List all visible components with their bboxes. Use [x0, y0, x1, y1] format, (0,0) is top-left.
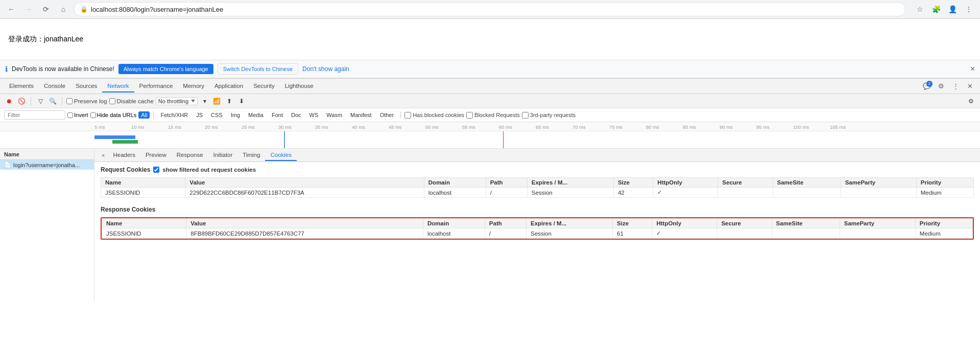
login-success-text: 登录成功：jonathanLee	[8, 35, 83, 44]
timeline-mark-35ms: 35 ms	[315, 124, 352, 130]
timeline-mark-60ms: 60 ms	[499, 124, 536, 130]
devtools-tab-sources[interactable]: Sources	[70, 80, 102, 93]
request-list-item[interactable]: 📄 login?username=jonatha...	[0, 160, 94, 170]
details-tab-timing[interactable]: Timing	[237, 150, 265, 161]
res-col-priority: Priority	[915, 219, 972, 228]
network-settings-button[interactable]: ⚙	[966, 96, 976, 106]
filter-bar: Invert Hide data URLs All Fetch/XHR JS C…	[0, 108, 980, 122]
res-col-size: Size	[613, 219, 652, 228]
timeline-mark-25ms: 25 ms	[242, 124, 278, 130]
hide-data-urls-wrapper: Hide data URLs	[90, 112, 137, 118]
response-cookie-row[interactable]: JSESSIONID 8FB89BFD60CE29D885D7D857E4763…	[102, 228, 973, 239]
filter-all-button[interactable]: All	[138, 111, 150, 119]
home-button[interactable]: ⌂	[56, 2, 70, 16]
import-button[interactable]: ⬆	[224, 96, 234, 106]
timeline-bar[interactable]: 5 ms 10 ms 15 ms 20 ms 25 ms 30 ms 35 ms…	[0, 122, 980, 149]
details-tab-cookies[interactable]: Cookies	[265, 150, 297, 161]
filter-media-button[interactable]: Media	[245, 111, 267, 119]
menu-button[interactable]: ⋮	[962, 2, 976, 16]
req-row-domain: localhost	[424, 188, 486, 198]
notification-close-button[interactable]: ×	[970, 64, 975, 74]
blocked-cookies-label: Has blocked cookies	[413, 112, 464, 118]
res-row-httponly: ✓	[652, 228, 717, 239]
res-row-size: 61	[613, 228, 652, 239]
timeline-mark-105ms: 105 ms	[830, 124, 867, 130]
forward-button[interactable]: →	[21, 2, 36, 16]
filter-font-button[interactable]: Font	[269, 111, 286, 119]
dont-show-again-link[interactable]: Don't show again	[302, 65, 349, 73]
show-filtered-checkbox[interactable]	[153, 167, 159, 173]
always-match-button[interactable]: Always match Chrome's language	[118, 64, 213, 74]
devtools-chat-button[interactable]: 💬	[921, 80, 933, 93]
devtools-more-button[interactable]: ⋮	[949, 80, 962, 93]
filter-css-button[interactable]: CSS	[208, 111, 226, 119]
filter-img-button[interactable]: Img	[228, 111, 243, 119]
details-tab-initiator[interactable]: Initiator	[208, 150, 238, 161]
devtools-tab-elements[interactable]: Elements	[4, 80, 39, 93]
devtools-tab-network[interactable]: Network	[102, 80, 134, 93]
details-tab-preview[interactable]: Preview	[140, 150, 172, 161]
record-button[interactable]: ⏺	[4, 96, 14, 106]
blocked-requests-label: Blocked Requests	[474, 112, 520, 118]
timeline-blue-bar	[94, 135, 135, 139]
timeline-blue-vline	[284, 131, 285, 149]
network-toolbar: ⏺ 🚫 ▽ 🔍 Preserve log Disable cache No th…	[0, 94, 980, 108]
switch-devtools-button[interactable]: Switch DevTools to Chinese	[218, 63, 298, 75]
filter-manifest-button[interactable]: Manifest	[347, 111, 375, 119]
devtools-tab-memory[interactable]: Memory	[178, 80, 209, 93]
filter-fetch-xhr-button[interactable]: Fetch/XHR	[157, 111, 191, 119]
export-button[interactable]: ⬇	[236, 96, 247, 106]
filter-input[interactable]	[4, 110, 65, 120]
devtools-tab-console[interactable]: Console	[39, 80, 70, 93]
timeline-green-bar	[112, 140, 138, 144]
filter-toggle-button[interactable]: ▽	[35, 96, 45, 106]
preserve-log-checkbox[interactable]	[66, 98, 73, 104]
blocked-requests-checkbox[interactable]	[466, 112, 473, 119]
devtools-settings-button[interactable]: ⚙	[935, 80, 947, 93]
devtools-close-button[interactable]: ✕	[964, 80, 976, 93]
devtools-main: Name 📄 login?username=jonatha... × Heade…	[0, 149, 980, 301]
req-row-value: 229D622CC6BDC86F60702E11B7CD7F3A	[185, 188, 424, 198]
timeline-mark-30ms: 30 ms	[278, 124, 315, 130]
filter-other-button[interactable]: Other	[377, 111, 397, 119]
star-button[interactable]: ☆	[913, 2, 927, 16]
res-col-path: Path	[485, 219, 526, 228]
filter-js-button[interactable]: JS	[193, 111, 206, 119]
search-button[interactable]: 🔍	[47, 96, 58, 106]
invert-checkbox[interactable]	[67, 112, 73, 118]
devtools-tab-security[interactable]: Security	[248, 80, 280, 93]
details-close-button[interactable]: ×	[99, 150, 108, 160]
third-party-checkbox[interactable]	[522, 112, 529, 119]
timeline-mark-85ms: 85 ms	[683, 124, 720, 130]
profile-button[interactable]: 👤	[945, 2, 960, 16]
devtools-tab-lighthouse[interactable]: Lighthouse	[280, 80, 319, 93]
devtools-tab-performance[interactable]: Performance	[134, 80, 178, 93]
filter-separator	[153, 111, 154, 119]
res-row-name: JSESSIONID	[102, 228, 186, 239]
details-tab-headers[interactable]: Headers	[108, 150, 140, 161]
response-cookies-title: Response Cookies	[101, 206, 974, 213]
disable-cache-checkbox[interactable]	[109, 98, 115, 104]
res-col-domain: Domain	[423, 219, 485, 228]
extensions-button[interactable]: 🧩	[929, 2, 943, 16]
disable-cache-label: Disable cache	[117, 98, 154, 104]
details-tab-response[interactable]: Response	[172, 150, 208, 161]
wifi-icon-btn[interactable]: 📶	[212, 96, 222, 106]
filter-ws-button[interactable]: WS	[306, 111, 322, 119]
back-button[interactable]: ←	[4, 2, 18, 16]
show-filtered-label: show filtered out request cookies	[162, 167, 256, 173]
reload-button[interactable]: ⟳	[39, 2, 53, 16]
throttle-dropdown-btn[interactable]: ▾	[200, 96, 210, 106]
request-cookie-row[interactable]: JSESSIONID 229D622CC6BDC86F60702E11B7CD7…	[101, 188, 974, 198]
filter-doc-button[interactable]: Doc	[288, 111, 304, 119]
clear-button[interactable]: 🚫	[16, 96, 27, 106]
devtools-tabs: Elements Console Sources Network Perform…	[0, 79, 980, 94]
timeline-mark-5ms: 5 ms	[94, 124, 131, 130]
hide-data-urls-checkbox[interactable]	[90, 112, 96, 118]
blocked-cookies-checkbox[interactable]	[404, 112, 411, 119]
devtools-tab-application[interactable]: Application	[209, 80, 248, 93]
blocked-cookies-wrapper: Has blocked cookies	[404, 112, 464, 119]
filter-wasm-button[interactable]: Wasm	[323, 111, 345, 119]
address-bar[interactable]: 🔒 localhost:8080/login?username=jonathan…	[74, 2, 905, 16]
throttle-select[interactable]: No throttling	[156, 97, 198, 105]
